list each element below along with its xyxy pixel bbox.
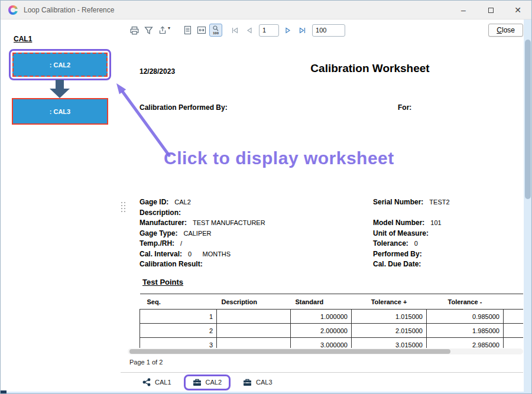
first-page-button[interactable] (228, 24, 241, 37)
loop-share-icon (142, 378, 151, 386)
zoom-100-label: 100 (213, 31, 219, 35)
app-window: Loop Calibration - Reference – ✕ CAL1 : … (0, 0, 532, 394)
table-row: 3 3.000000 3.015000 2.985000 (140, 338, 524, 349)
page-icon (183, 25, 192, 35)
node-cal2-highlight: : CAL2 (9, 49, 111, 80)
field-value: TEST2 (429, 198, 449, 206)
field-label: Tolerance: (373, 239, 408, 248)
field-label: Model Number: (373, 219, 424, 227)
col-header-stub (504, 294, 524, 310)
tab-cal2[interactable]: CAL2 (184, 375, 231, 390)
node-cal2[interactable]: : CAL2 (12, 53, 108, 77)
window-vertical-scrollbar-thumb[interactable] (525, 40, 531, 199)
tab-cal3[interactable]: CAL3 (234, 375, 281, 390)
field-value: / (180, 240, 182, 247)
field-value: TEST MANUFACTURER (193, 219, 265, 226)
maximize-icon (488, 8, 494, 13)
worksheet-icon (193, 379, 202, 386)
info-row: Manufacturer:TEST MANUFACTURER Model Num… (140, 219, 523, 229)
report-horizontal-scrollbar[interactable] (128, 349, 523, 354)
table-row: 1 1.000000 1.015000 0.985000 (140, 310, 524, 324)
report-toolbar: ▾ 100 Close (128, 22, 523, 38)
last-page-icon (299, 27, 306, 34)
cell-tolerance-plus: 2.015000 (352, 324, 427, 338)
loop-root-label: CAL1 (14, 35, 32, 43)
prev-page-button[interactable] (242, 24, 255, 37)
title-bar: Loop Calibration - Reference – ✕ (1, 1, 531, 19)
minimize-button[interactable]: – (450, 1, 477, 19)
page-width-button[interactable] (195, 24, 208, 37)
first-page-icon (231, 27, 239, 34)
flow-arrow-down-icon (56, 80, 64, 89)
window-horizontal-scrollbar-thumb[interactable] (1, 390, 7, 394)
next-page-icon (284, 27, 292, 34)
cell-tolerance-minus: 0.985000 (427, 310, 504, 324)
window-vertical-scrollbar[interactable] (524, 19, 532, 392)
field-label: Description: (140, 209, 181, 217)
table-header-row: Seq. Description Standard Tolerance + To… (140, 294, 524, 310)
window-controls: – ✕ (450, 1, 531, 19)
close-icon: ✕ (514, 5, 521, 15)
magnifier-icon (213, 25, 219, 31)
print-button[interactable] (128, 24, 141, 37)
minimize-icon: – (461, 5, 466, 15)
node-cal3[interactable]: : CAL3 (12, 98, 108, 125)
worksheet-icon (243, 379, 252, 386)
field-label: Manufacturer: (140, 219, 187, 227)
page-status: Page 1 of 2 (129, 359, 163, 366)
cell-standard: 3.000000 (291, 338, 352, 349)
export-icon (158, 25, 167, 35)
panel-splitter-grip[interactable] (120, 201, 126, 213)
field-label: Cal. Due Date: (373, 260, 421, 268)
cell-tolerance-minus: 2.985000 (427, 338, 504, 349)
info-row: Gage ID:CAL2 Serial Number:TEST2 (140, 198, 523, 209)
col-header-description: Description (217, 294, 291, 310)
col-header-seq: Seq. (140, 294, 217, 310)
table-row: 2 2.000000 2.015000 1.985000 (140, 324, 524, 338)
export-button[interactable] (156, 24, 169, 37)
field-label: Serial Number: (373, 198, 423, 206)
test-points-table: Seq. Description Standard Tolerance + To… (140, 294, 523, 348)
tab-cal1[interactable]: CAL1 (134, 374, 180, 390)
close-window-button[interactable]: ✕ (504, 1, 531, 19)
field-label: Calibration Result: (140, 260, 203, 268)
last-page-button[interactable] (296, 24, 309, 37)
single-page-view-button[interactable] (181, 24, 194, 37)
app-logo-icon (8, 5, 18, 15)
cell-tolerance-minus: 1.985000 (427, 324, 504, 338)
info-row: Description: (140, 209, 523, 219)
window-title: Loop Calibration - Reference (24, 6, 114, 14)
cell-seq: 2 (140, 324, 217, 338)
cell-seq: 3 (140, 338, 217, 349)
report-horizontal-scrollbar-thumb[interactable] (129, 349, 450, 354)
prev-page-icon (245, 27, 253, 34)
col-header-tolerance-plus: Tolerance + (352, 294, 427, 310)
page-number-input[interactable] (259, 24, 279, 37)
worksheet-tabbar: CAL1 CAL2 CAL3 (121, 372, 523, 392)
field-value: CAL2 (174, 198, 191, 206)
info-row: Gage Type:CALIPER Unit of Measure: (140, 229, 523, 240)
window-horizontal-scrollbar[interactable] (1, 392, 532, 394)
maximize-button[interactable] (477, 1, 504, 19)
cell-description (217, 324, 291, 338)
cell-standard: 1.000000 (291, 310, 352, 324)
tab-label: CAL2 (206, 379, 222, 386)
tab-label: CAL3 (256, 379, 273, 386)
field-value: 0 (414, 240, 418, 247)
zoom-100-button[interactable]: 100 (209, 24, 222, 37)
next-page-button[interactable] (281, 24, 294, 37)
field-value: 0 MONTHS (188, 250, 231, 258)
export-dropdown-caret-icon[interactable]: ▾ (168, 25, 170, 31)
flow-arrow-down-head (50, 89, 70, 98)
field-label: Performed By: (373, 250, 422, 258)
field-label: Gage ID: (140, 198, 168, 206)
gage-info-section: Gage ID:CAL2 Serial Number:TEST2 Descrip… (140, 198, 523, 271)
filter-button[interactable] (142, 24, 155, 37)
close-button[interactable]: Close (488, 24, 523, 37)
cell-stub (504, 324, 524, 338)
field-label: Temp./RH: (140, 239, 174, 248)
cell-stub (504, 310, 524, 324)
report-page: 12/28/2023 Calibration Worksheet Calibra… (128, 38, 523, 348)
cell-tolerance-plus: 3.015000 (352, 338, 427, 349)
zoom-input[interactable] (312, 24, 345, 37)
